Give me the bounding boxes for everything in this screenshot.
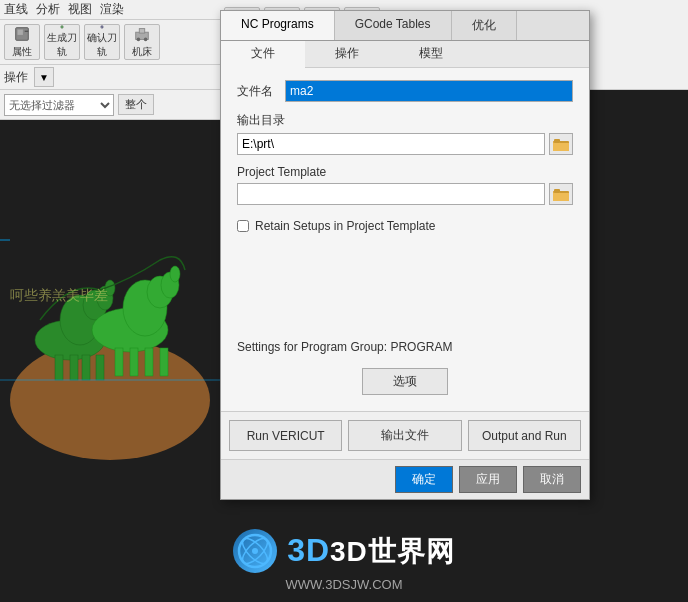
filter-bar: 无选择过滤器 整个 [0,90,220,120]
filename-input[interactable] [285,80,573,102]
brand-logo [233,529,277,573]
confirm-button[interactable]: 确定 [395,466,453,493]
watermark-url: WWW.3DSJW.COM [286,577,403,592]
confirm-row: 确定 应用 取消 [221,459,589,499]
menu-item-view[interactable]: 视图 [68,1,92,18]
svg-rect-47 [554,189,560,193]
svg-point-8 [144,38,148,42]
svg-rect-36 [160,348,168,376]
dialog: NC Programs GCode Tables 优化 文件 操作 模型 文件名… [220,10,590,500]
generate-button[interactable]: 生成刀轨 [44,24,80,60]
ops-dropdown[interactable]: ▼ [34,67,54,87]
filename-label: 文件名 [237,83,277,100]
properties-button[interactable]: 属性 [4,24,40,60]
project-template-label: Project Template [237,165,573,179]
brand-name: 3D3D世界网 [287,532,455,571]
filename-row: 文件名 [237,80,573,102]
machine-button[interactable]: 机床 [124,24,160,60]
dialog-content: 文件名 输出目录 Project Template [221,68,589,411]
canvas-3d: 呵些养羔美毕差 [0,120,220,470]
action-buttons: Run VERICUT 输出文件 Output and Run [221,411,589,459]
svg-rect-33 [115,348,123,376]
svg-rect-26 [82,355,90,380]
tab-bar-mid: 文件 操作 模型 [221,41,589,68]
output-dir-row [237,133,573,155]
tab-model[interactable]: 模型 [389,41,473,67]
output-file-button[interactable]: 输出文件 [348,420,461,451]
toolbar-menu: 直线 分析 视图 渲染 [0,0,220,20]
run-vericut-button[interactable]: Run VERICUT [229,420,342,451]
retain-setups-checkbox[interactable] [237,220,249,232]
menu-item-render[interactable]: 渲染 [100,1,124,18]
tab-nc-programs[interactable]: NC Programs [221,11,335,40]
tab-gcode-tables[interactable]: GCode Tables [335,11,452,40]
svg-rect-25 [70,355,78,380]
project-template-section: Project Template [237,165,573,205]
svg-rect-34 [130,348,138,376]
output-dir-section: 输出目录 [237,112,573,155]
ops-label: 操作 [4,69,28,86]
svg-rect-24 [55,355,63,380]
svg-point-20 [10,340,210,460]
output-dir-browse-button[interactable] [549,133,573,155]
verify-button[interactable]: 确认刀轨 [84,24,120,60]
toolbar-left: 直线 分析 视图 渲染 属性 生成刀轨 [0,0,220,89]
svg-rect-6 [139,29,144,33]
options-button[interactable]: 选项 [362,368,448,395]
settings-text: Settings for Program Group: PROGRAM [237,340,573,358]
output-dir-label: 输出目录 [237,112,573,129]
output-dir-input[interactable] [237,133,545,155]
retain-setups-row: Retain Setups in Project Template [237,219,573,233]
svg-point-38 [170,266,180,282]
output-run-button[interactable]: Output and Run [468,420,581,451]
project-template-browse-button[interactable] [549,183,573,205]
menu-item-analysis[interactable]: 分析 [36,1,60,18]
toolbar-ops: 操作 ▼ [0,64,220,89]
tab-optimize[interactable]: 优化 [452,11,517,40]
menu-item-line[interactable]: 直线 [4,1,28,18]
project-template-input[interactable] [237,183,545,205]
tab-file[interactable]: 文件 [221,41,305,68]
filter-all-button[interactable]: 整个 [118,94,154,115]
svg-rect-35 [145,348,153,376]
retain-setups-label: Retain Setups in Project Template [255,219,436,233]
filter-select[interactable]: 无选择过滤器 [4,94,114,116]
tab-operations[interactable]: 操作 [305,41,389,67]
tab-bar-top: NC Programs GCode Tables 优化 [221,11,589,41]
project-template-row [237,183,573,205]
cancel-button[interactable]: 取消 [523,466,581,493]
apply-button[interactable]: 应用 [459,466,517,493]
svg-text:呵些养羔美毕差: 呵些养羔美毕差 [10,288,108,303]
watermark: 3D3D世界网 WWW.3DSJW.COM [0,529,688,592]
options-btn-row: 选项 [237,368,573,395]
svg-rect-27 [96,355,104,380]
svg-point-51 [252,548,258,554]
svg-point-7 [137,38,141,42]
svg-rect-1 [18,30,23,35]
svg-rect-44 [554,139,560,143]
toolbar-icons: 属性 生成刀轨 确认刀轨 [0,20,220,64]
